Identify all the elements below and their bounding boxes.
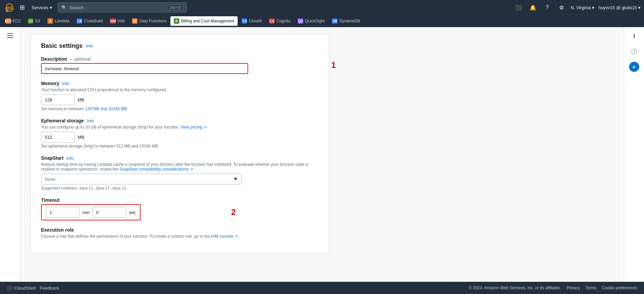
tab-s3[interactable]: S3 S3: [24, 16, 43, 26]
tab-stepfunctions-label: Step Functions: [139, 19, 166, 23]
ephemeral-label-text: Ephemeral storage: [41, 118, 84, 123]
search-shortcut: [Alt+S]: [168, 5, 183, 10]
user-label: huyvv15 @ glutis15 ▾: [599, 5, 641, 10]
services-chevron-icon: ▾: [50, 5, 52, 10]
cognito-icon: CO: [269, 18, 275, 24]
dynamodb-icon: DB: [332, 18, 337, 24]
tab-quicksight-label: QuickSight: [305, 19, 325, 23]
snapstart-info-link[interactable]: Info: [66, 156, 74, 161]
ephemeral-input-row: MB: [41, 132, 319, 142]
execution-role-label-text: Execution role: [41, 227, 74, 233]
iam-console-link[interactable]: IAM console ↗: [211, 234, 238, 239]
aws-logo[interactable]: aws: [3, 1, 16, 14]
right-panel: ℹ 🕐 ●: [624, 27, 644, 282]
tab-codebuild[interactable]: CB CodeBuild: [73, 16, 106, 26]
sidebar-hamburger[interactable]: [5, 31, 15, 41]
hamburger-line-3: [7, 37, 13, 38]
tab-cognito-label: Cognito: [276, 19, 290, 23]
timeout-sec-input[interactable]: [92, 207, 126, 218]
description-label: Description – optional: [41, 56, 319, 62]
timeout-label-text: Timeout: [41, 197, 59, 203]
help-icon[interactable]: ?: [542, 2, 552, 13]
execution-role-period: .: [239, 234, 240, 239]
info-panel-icon[interactable]: ℹ: [629, 31, 639, 41]
sidebar: [0, 27, 20, 282]
description-input[interactable]: [41, 63, 248, 74]
ephemeral-hint: Set ephemeral storage (/tmp) to between …: [41, 144, 319, 149]
snapstart-runtimes: Supported runtimes: Java 11, Java 17, Ja…: [41, 186, 319, 191]
services-button[interactable]: Services ▾: [29, 4, 55, 12]
search-icon: 🔍: [61, 5, 67, 10]
region-label: N. Virginia: [571, 5, 591, 10]
stepfunctions-icon: SF: [132, 18, 137, 24]
cloudshell-icon[interactable]: ⬛: [514, 2, 524, 13]
timeout-min-input[interactable]: [46, 207, 80, 218]
snapstart-field-group: SnapStart Info Reduce startup time by ha…: [41, 155, 319, 191]
snapstart-link[interactable]: SnapStart compatibility considerations ↗: [119, 167, 193, 172]
user-menu[interactable]: huyvv15 @ glutis15 ▾: [599, 5, 641, 10]
tab-ec2[interactable]: EC2 EC2: [2, 16, 24, 26]
execution-role-sublabel-text: Choose a role that defines the permissio…: [41, 234, 211, 239]
ec2-icon: EC2: [5, 18, 11, 24]
execution-role-sublabel: Choose a role that defines the permissio…: [41, 234, 319, 239]
memory-hint-link[interactable]: 128 MB and 10240 MB: [85, 106, 127, 111]
ephemeral-sublabel-text: You can configure up to 10 GB of ephemer…: [41, 125, 179, 130]
tab-quicksight[interactable]: QS QuickSight: [294, 16, 328, 26]
region-selector[interactable]: N. Virginia ▾: [571, 5, 594, 10]
ephemeral-view-pricing-link[interactable]: View pricing ↗: [180, 125, 207, 130]
iam-icon: IAM: [110, 18, 116, 24]
snapstart-sublabel: Reduce startup time by having Lambda cac…: [41, 162, 319, 172]
memory-input-row: MB: [41, 94, 319, 105]
search-bar[interactable]: 🔍 [Alt+S]: [58, 2, 187, 13]
memory-label: Memory Info: [41, 81, 319, 86]
svg-text:aws: aws: [6, 5, 12, 9]
description-label-text: Description: [41, 56, 67, 62]
timeout-field-group: Timeout min sec 2: [41, 197, 319, 220]
annotation-1: 1: [331, 60, 336, 70]
ephemeral-unit: MB: [78, 135, 85, 140]
memory-info-link[interactable]: Info: [62, 81, 70, 86]
tab-codebuild-label: CodeBuild: [84, 19, 103, 23]
grid-icon[interactable]: ⊞: [18, 2, 26, 13]
snapstart-period: .: [194, 167, 195, 172]
snapstart-label-text: SnapStart: [41, 155, 63, 161]
s3-icon: S3: [28, 18, 33, 24]
tab-ec2-label: EC2: [13, 19, 20, 23]
service-tabs-bar: EC2 EC2 S3 S3 λ Lambda CB CodeBuild IAM …: [0, 15, 644, 27]
tab-billing[interactable]: B Billing and Cost Management: [170, 16, 238, 26]
timeout-box: min sec: [41, 204, 141, 220]
tab-iam-label: IAM: [117, 19, 125, 23]
card-title-text: Basic settings: [41, 42, 82, 50]
tab-cognito[interactable]: CO Cognito: [266, 16, 294, 26]
settings-icon[interactable]: ⚙: [556, 2, 567, 13]
tab-dynamodb[interactable]: DB DynamoDB: [329, 16, 363, 26]
tab-lambda-label: Lambda: [55, 19, 69, 23]
special-panel-icon[interactable]: ●: [629, 62, 639, 72]
annotation-2: 2: [231, 208, 336, 217]
execution-role-label: Execution role: [41, 227, 319, 233]
services-label: Services: [32, 5, 49, 10]
tab-iam[interactable]: IAM IAM: [107, 16, 128, 26]
description-optional-text: – optional: [70, 56, 91, 62]
snapstart-select[interactable]: None: [41, 174, 241, 184]
ephemeral-storage-field-group: Ephemeral storage Info You can configure…: [41, 118, 319, 149]
card-info-link[interactable]: Info: [86, 43, 93, 48]
quicksight-icon: QS: [298, 18, 303, 24]
search-input[interactable]: [70, 5, 165, 10]
tab-lambda[interactable]: λ Lambda: [44, 16, 73, 26]
hamburger-line-1: [7, 33, 13, 34]
memory-input[interactable]: [41, 94, 75, 105]
timeout-label: Timeout: [41, 197, 319, 203]
cloud9-icon: C9: [242, 18, 247, 24]
tab-cloud9[interactable]: C9 Cloud9: [238, 16, 265, 26]
ephemeral-info-link[interactable]: Info: [87, 118, 94, 123]
ephemeral-input[interactable]: [41, 132, 75, 142]
memory-label-text: Memory: [41, 81, 59, 86]
description-field-group: Description – optional 1: [41, 56, 319, 74]
ephemeral-label: Ephemeral storage Info: [41, 118, 319, 123]
basic-settings-card: Basic settings Info Description – option…: [31, 34, 329, 254]
notifications-icon[interactable]: 🔔: [528, 2, 538, 13]
main-wrapper: Basic settings Info Description – option…: [0, 27, 644, 282]
history-panel-icon[interactable]: 🕐: [629, 46, 639, 56]
tab-stepfunctions[interactable]: SF Step Functions: [129, 16, 170, 26]
